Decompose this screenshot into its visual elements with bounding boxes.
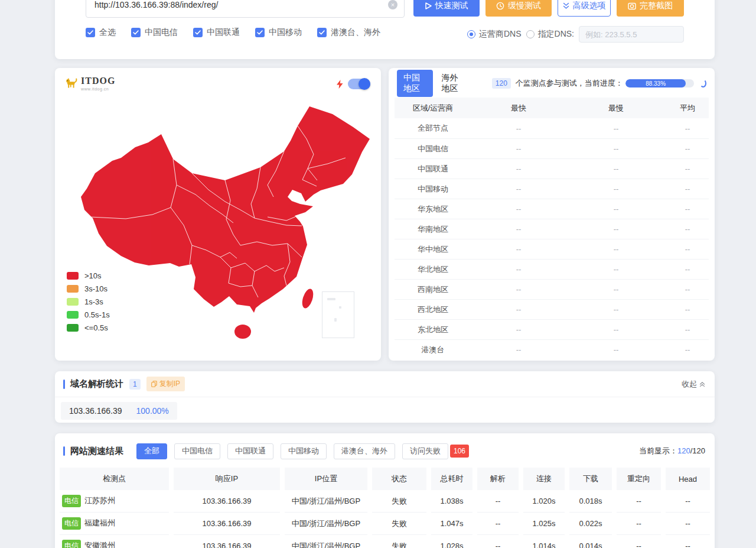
carrier-dns-label: 运营商DNS	[479, 29, 522, 40]
results-col-header: IP位置	[285, 468, 367, 490]
region-name: 中国联通	[395, 158, 471, 179]
region-table-row: 华南地区------	[395, 219, 709, 239]
cell-resolve: --	[477, 513, 519, 535]
node-cell: 电信安徽滁州	[60, 535, 169, 548]
region-value: --	[471, 339, 566, 359]
progress-bar: 88.33%	[625, 79, 694, 87]
legend-label: 3s-10s	[84, 284, 107, 293]
node-cell: 电信江苏苏州	[60, 490, 169, 513]
inset-speck	[327, 298, 335, 300]
region-value: --	[471, 199, 566, 219]
tab-overseas-region[interactable]: 海外地区	[441, 73, 464, 94]
cell-total: 1.047s	[431, 513, 472, 535]
custom-dns-input[interactable]	[579, 26, 684, 43]
realtime-toggle[interactable]	[337, 79, 370, 89]
resolved-percent: 100.00%	[136, 406, 169, 416]
china-mainland	[81, 106, 370, 313]
logo-subtitle: www.itdog.cn	[81, 87, 115, 91]
cell-location: 中国/浙江/温州/BGP	[285, 490, 367, 513]
region-value: --	[471, 279, 566, 299]
filter-all[interactable]: 全部	[136, 443, 167, 459]
region-table-row: 港澳台------	[395, 339, 709, 359]
region-name: 中国移动	[395, 179, 471, 199]
cell-redirect: --	[617, 535, 661, 548]
region-value: --	[666, 138, 709, 158]
region-value: --	[566, 299, 666, 319]
clear-input-icon[interactable]: ×	[388, 0, 397, 9]
display-count-value: 120	[677, 446, 690, 455]
copy-icon	[151, 381, 157, 387]
node-name: 福建福州	[84, 518, 115, 527]
clock-circle-icon	[496, 2, 504, 10]
filter-button-2[interactable]: 中国联通	[227, 443, 273, 459]
region-value: --	[566, 279, 666, 299]
cell-redirect: --	[617, 490, 661, 513]
legend-swatch	[67, 311, 79, 319]
carrier-badge: 电信	[62, 540, 81, 548]
dns-stats-head: 域名解析统计 1 复制IP 收起	[55, 371, 715, 397]
region-name: 华东地区	[395, 199, 471, 219]
itdog-logo: ITDOG www.itdog.cn	[64, 76, 115, 91]
region-col-header: 区域/运营商	[395, 98, 471, 118]
carrier-dns-radio[interactable]: 运营商DNS	[467, 29, 522, 40]
checkmark-icon	[257, 30, 263, 35]
collapse-button[interactable]: 收起	[682, 379, 705, 390]
checkbox-checked-icon	[131, 28, 141, 37]
advanced-options-button[interactable]: 高级选项	[558, 0, 611, 17]
cell-ip: 103.36.166.39	[174, 535, 280, 548]
region-value: --	[566, 239, 666, 259]
results-title: 网站测速结果	[70, 446, 123, 457]
region-name: 华南地区	[395, 219, 471, 239]
cell-head: --	[666, 513, 710, 535]
url-input[interactable]	[86, 0, 405, 18]
checkbox-item-4[interactable]: 港澳台、海外	[317, 27, 380, 38]
filter-button-3[interactable]: 中国移动	[281, 443, 327, 459]
toggle-switch[interactable]	[348, 79, 370, 89]
radio-unchecked-icon	[526, 30, 535, 38]
custom-dns-radio[interactable]: 指定DNS:	[526, 29, 574, 40]
cell-total: 1.038s	[431, 490, 472, 513]
page: × 快速测试 缓慢测试 高级选项 完整截图 全选中国电信中国联通中国移动港澳台、…	[0, 0, 756, 548]
progress-percent: 88.33%	[646, 80, 666, 87]
legend-swatch	[67, 272, 79, 280]
region-value: --	[471, 118, 566, 138]
filter-button-1[interactable]: 中国电信	[174, 443, 220, 459]
checkbox-item-1[interactable]: 中国电信	[131, 27, 178, 38]
region-table-row: 东北地区------	[395, 319, 709, 339]
legend-label: 0.5s-1s	[84, 310, 110, 319]
region-stats-panel: 中国地区 海外地区 120 个监测点参与测试，当前进度： 88.33% 区域/运…	[389, 68, 715, 361]
lightning-bolt-icon	[337, 80, 343, 89]
region-table-row: 华北地区------	[395, 259, 709, 279]
region-value: --	[566, 158, 666, 179]
filter-button-5[interactable]: 访问失败	[402, 443, 448, 459]
cell-resolve: --	[477, 535, 519, 548]
region-value: --	[666, 239, 709, 259]
region-value: --	[666, 299, 709, 319]
double-chevron-up-icon	[699, 381, 705, 387]
legend-swatch	[67, 324, 79, 332]
cell-status: 失败	[372, 513, 426, 535]
region-value: --	[666, 179, 709, 199]
region-name: 港澳台	[395, 339, 471, 359]
filter-button-4[interactable]: 港澳台、海外	[334, 443, 395, 459]
region-value: --	[471, 179, 566, 199]
checkbox-item-2[interactable]: 中国联通	[193, 27, 240, 38]
hainan-island	[234, 325, 251, 339]
region-value: --	[666, 158, 709, 179]
checkbox-label: 全选	[99, 27, 116, 38]
display-count: 当前显示：120/120	[639, 446, 705, 456]
region-value: --	[666, 219, 709, 239]
checkbox-item-3[interactable]: 中国移动	[255, 27, 302, 38]
checkbox-item-0[interactable]: 全选	[86, 27, 116, 38]
cell-connect: 1.020s	[523, 490, 565, 513]
cell-ip: 103.36.166.39	[174, 490, 280, 513]
legend-swatch	[67, 285, 79, 293]
tab-china-region[interactable]: 中国地区	[397, 70, 433, 97]
copy-ip-button[interactable]: 复制IP	[146, 377, 185, 391]
slow-test-button[interactable]: 缓慢测试	[485, 0, 552, 17]
display-count-total: /120	[690, 446, 705, 455]
quick-test-button[interactable]: 快速测试	[413, 0, 480, 17]
full-screenshot-button[interactable]: 完整截图	[617, 0, 684, 17]
region-value: --	[471, 138, 566, 158]
checkbox-checked-icon	[317, 28, 327, 37]
